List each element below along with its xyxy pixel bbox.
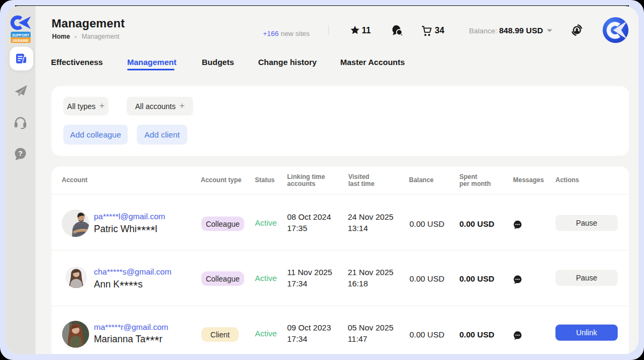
svg-text:SUPPORT: SUPPORT (12, 33, 30, 37)
svg-text:?: ? (18, 149, 23, 157)
svg-text:UKRAINE: UKRAINE (12, 39, 29, 42)
